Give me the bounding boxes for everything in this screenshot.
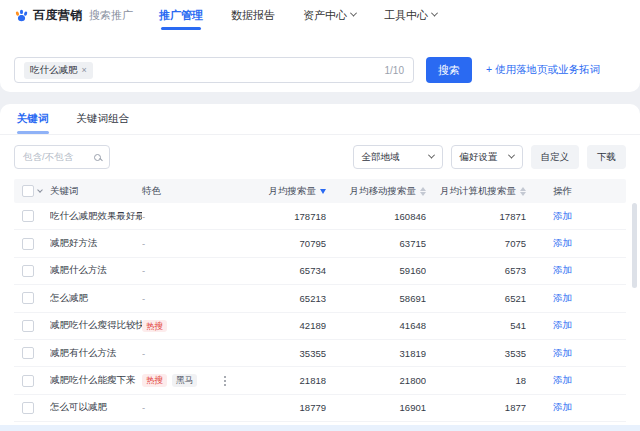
more-options-icon[interactable] — [224, 380, 226, 382]
chevron-down-icon[interactable] — [37, 187, 43, 193]
row-select-cell — [14, 238, 50, 250]
keyword-cell: 减肥好方法 — [50, 237, 142, 250]
tab-keywords[interactable]: 关键词 — [17, 104, 49, 134]
nav-item-asset-center[interactable]: 资产中心 — [303, 0, 356, 30]
row-checkbox[interactable] — [22, 210, 34, 222]
nav-item-promotion-management[interactable]: 推广管理 — [159, 0, 203, 30]
keyword-cell: 怎么减肥 — [50, 292, 142, 305]
action-cell: 添加 — [526, 401, 626, 414]
action-cell: 添加 — [526, 374, 626, 387]
customize-button[interactable]: 自定义 — [531, 145, 580, 169]
region-select[interactable]: 全部地域 — [353, 145, 443, 169]
close-icon[interactable]: × — [82, 65, 87, 75]
add-keyword-link[interactable]: 添加 — [553, 319, 572, 330]
avg-mobile-search-cell: 63715 — [326, 238, 426, 249]
row-checkbox[interactable] — [22, 292, 34, 304]
add-keyword-link[interactable]: 添加 — [553, 374, 572, 385]
results-card: 关键词 关键词组合 包含/不包含 全部地域 偏好设置 自定义 下载 — [0, 104, 640, 431]
result-tabs: 关键词 关键词组合 — [0, 104, 640, 135]
nav-items: 推广管理 数据报告 资产中心 工具中心 — [159, 0, 465, 30]
select-all-checkbox[interactable] — [22, 185, 34, 197]
brand-name: 百度营销 — [33, 7, 83, 24]
chevron-down-icon — [427, 151, 434, 158]
chevron-down-icon — [431, 9, 438, 16]
feature-cell: - — [142, 265, 254, 276]
avg-search-volume-cell: 42189 — [254, 320, 326, 331]
feature-cell: 热搜 — [142, 320, 254, 333]
brand-product-name: 搜索推广 — [89, 8, 133, 23]
table-row: 减肥有什么方法-35355318193535添加 — [14, 340, 626, 367]
row-checkbox[interactable] — [22, 265, 34, 277]
filter-row: 包含/不包含 全部地域 偏好设置 自定义 下载 — [0, 135, 640, 179]
avg-search-volume-cell: 65734 — [254, 265, 326, 276]
avg-computer-search-cell: 18 — [426, 375, 526, 386]
feature-cell: - — [142, 402, 254, 413]
row-select-cell — [14, 320, 50, 332]
column-header-action: 操作 — [526, 185, 626, 198]
vertical-scrollbar[interactable] — [632, 203, 637, 288]
preference-settings-select[interactable]: 偏好设置 — [451, 145, 523, 169]
avg-mobile-search-cell: 160846 — [326, 211, 426, 222]
add-keyword-link[interactable]: 添加 — [553, 210, 572, 221]
contain-filter-input[interactable]: 包含/不包含 — [14, 145, 110, 169]
row-checkbox[interactable] — [22, 375, 34, 387]
feature-cell: - — [142, 211, 254, 222]
action-cell: 添加 — [526, 264, 626, 277]
add-keyword-link[interactable]: 添加 — [553, 347, 572, 358]
feature-dash: - — [142, 238, 145, 249]
search-button[interactable]: 搜索 — [426, 57, 472, 83]
filter-actions: 全部地域 偏好设置 自定义 下载 — [353, 145, 627, 169]
action-cell: 添加 — [526, 319, 626, 332]
avg-mobile-search-cell: 31819 — [326, 348, 426, 359]
keyword-cell: 减肥吃什么瘦得比较快 — [50, 319, 142, 332]
hot-search-badge: 热搜 — [142, 374, 167, 387]
baidu-paw-logo-icon — [14, 8, 29, 23]
dark-horse-badge: 黑马 — [172, 374, 197, 387]
action-cell: 添加 — [526, 347, 626, 360]
avg-computer-search-cell: 541 — [426, 320, 526, 331]
column-header-avg-search[interactable]: 月均搜索量 — [254, 185, 326, 198]
avg-search-volume-cell: 65213 — [254, 293, 326, 304]
row-checkbox[interactable] — [22, 320, 34, 332]
row-select-cell — [14, 347, 50, 359]
table-header: 关键词 特色 月均搜索量 月均移动搜索量 月均计算机搜索量 操作 — [14, 179, 626, 203]
table-row: 减肥好方法-70795637157075添加 — [14, 230, 626, 257]
partially-visible-row — [0, 425, 640, 431]
landing-page-expand-link[interactable]: + 使用落地页或业务拓词 — [486, 63, 600, 77]
avg-search-volume-cell: 35355 — [254, 348, 326, 359]
add-keyword-link[interactable]: 添加 — [553, 292, 572, 303]
keyword-cell: 吃什么减肥效果最好最快 — [50, 210, 142, 223]
download-button[interactable]: 下载 — [587, 145, 626, 169]
search-icon — [94, 154, 101, 161]
action-cell: 添加 — [526, 237, 626, 250]
avg-computer-search-cell: 1877 — [426, 402, 526, 413]
hot-search-badge: 热搜 — [142, 320, 167, 333]
avg-mobile-search-cell: 58691 — [326, 293, 426, 304]
tab-keyword-combos[interactable]: 关键词组合 — [77, 104, 130, 134]
keyword-cell: 减肥有什么方法 — [50, 347, 142, 360]
row-checkbox[interactable] — [22, 402, 34, 414]
feature-dash: - — [142, 293, 145, 304]
add-keyword-link[interactable]: 添加 — [553, 264, 572, 275]
column-header-avg-mobile-search[interactable]: 月均移动搜索量 — [326, 185, 426, 198]
column-header-avg-computer-search[interactable]: 月均计算机搜索量 — [426, 185, 526, 198]
keyword-counter: 1/10 — [385, 65, 404, 76]
nav-item-tool-center[interactable]: 工具中心 — [384, 0, 437, 30]
keyword-tag: 吃什么减肥 × — [24, 62, 93, 79]
avg-mobile-search-cell: 16901 — [326, 402, 426, 413]
add-keyword-link[interactable]: 添加 — [553, 401, 572, 412]
keyword-search-input[interactable]: 吃什么减肥 × 1/10 — [14, 57, 414, 83]
nav-item-data-report[interactable]: 数据报告 — [231, 0, 275, 30]
row-checkbox[interactable] — [22, 238, 34, 250]
row-select-cell — [14, 402, 50, 414]
feature-cell: - — [142, 238, 254, 249]
keyword-cell: 怎么可以减肥 — [50, 401, 142, 414]
add-keyword-link[interactable]: 添加 — [553, 237, 572, 248]
avg-computer-search-cell: 6521 — [426, 293, 526, 304]
row-checkbox[interactable] — [22, 347, 34, 359]
keyword-cell: 减肥吃什么能瘦下来 — [50, 374, 142, 387]
row-select-cell — [14, 292, 50, 304]
keyword-table: 关键词 特色 月均搜索量 月均移动搜索量 月均计算机搜索量 操作 吃什么减肥效果… — [14, 179, 626, 422]
top-navbar: 百度营销 搜索推广 推广管理 数据报告 资产中心 工具中心 — [0, 0, 640, 30]
feature-dash: - — [142, 265, 145, 276]
